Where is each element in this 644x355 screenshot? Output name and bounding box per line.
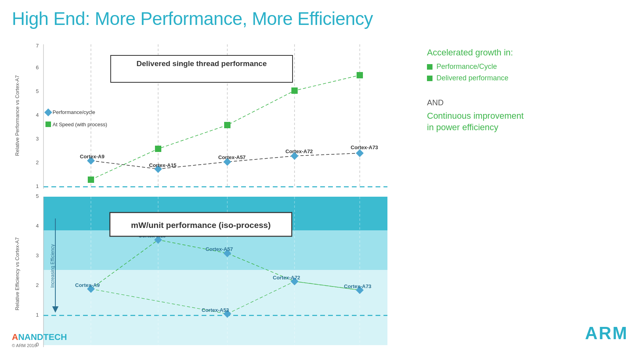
main-title: High End: More Performance, More Efficie…	[12, 8, 411, 29]
svg-text:3: 3	[36, 252, 39, 258]
svg-text:4: 4	[36, 112, 39, 118]
square-a73-top	[357, 72, 363, 78]
bullet-delivered: Delivered performance	[427, 74, 636, 82]
label-a57-top: Cortex-A57	[218, 154, 246, 160]
right-panel: Accelerated growth in: Performance/Cycle…	[427, 16, 636, 133]
top-chart-title-line1: Delivered single thread performance	[136, 59, 266, 68]
bottom-label-a9: Cortex-A9	[75, 282, 100, 288]
square-a15-top	[155, 146, 161, 152]
bottom-label-a57: Cortex-A57	[206, 246, 233, 252]
legend-perf-cycle: Performance/cycle	[53, 109, 95, 115]
bottom-y-label: Relative Efficiency vs Cortex-A7	[14, 237, 20, 311]
left-section: High End: More Performance, More Efficie…	[0, 0, 415, 355]
square-a72-top	[291, 87, 298, 94]
efficiency-label: Increasing Efficiency	[50, 244, 55, 288]
and-text: AND	[427, 98, 636, 107]
bottom-label-a72: Cortex-A72	[273, 275, 300, 281]
bullet-perf-cycle: Performance/Cycle	[427, 63, 636, 71]
legend-at-speed: At Speed (with process)	[53, 121, 107, 127]
svg-text:1: 1	[36, 312, 39, 318]
square-a9-top	[88, 177, 94, 183]
copyright: © ARM 2016	[12, 343, 67, 348]
bullet-label-1: Performance/Cycle	[436, 63, 497, 71]
svg-text:1: 1	[36, 183, 39, 189]
bullet-label-2: Delivered performance	[436, 74, 508, 82]
svg-text:2: 2	[36, 159, 39, 165]
svg-text:4: 4	[36, 223, 39, 229]
right-section: Accelerated growth in: Performance/Cycle…	[415, 0, 644, 355]
square-a57-top	[224, 122, 230, 128]
anandtech-brand: ANANDTECH	[12, 332, 67, 342]
arm-logo: ARM	[585, 323, 628, 343]
bullet-square-2	[427, 76, 432, 81]
bottom-chart-title: mW/unit performance (iso-process)	[131, 220, 271, 230]
label-a72-top: Cortex-A72	[285, 148, 313, 154]
legend-square	[45, 121, 51, 127]
label-a15-top: Cortex-A15	[149, 162, 176, 168]
main-chart: Relative Performance vs Cortex-A7 1 2 3 …	[12, 32, 407, 355]
bullet-square-1	[427, 64, 432, 70]
continuous-text: Continuous improvementin power efficienc…	[427, 110, 636, 133]
label-a9-top: Cortex-A9	[80, 154, 104, 159]
top-y-label: Relative Performance vs Cortex-A7	[14, 75, 20, 156]
page: High End: More Performance, More Efficie…	[0, 0, 644, 355]
anandtech-logo: ANANDTECH © ARM 2016	[12, 332, 67, 348]
accelerated-title: Accelerated growth in:	[427, 47, 636, 58]
label-a73-top: Cortex-A73	[351, 144, 378, 150]
bottom-label-a73: Cortex-A73	[344, 283, 371, 289]
svg-text:5: 5	[36, 88, 39, 94]
svg-text:3: 3	[36, 136, 39, 142]
svg-text:6: 6	[36, 65, 39, 70]
bottom-label-a53: Cortex-A53	[202, 307, 229, 313]
svg-text:7: 7	[36, 43, 39, 49]
svg-text:2: 2	[36, 282, 39, 288]
svg-text:5: 5	[36, 193, 39, 199]
